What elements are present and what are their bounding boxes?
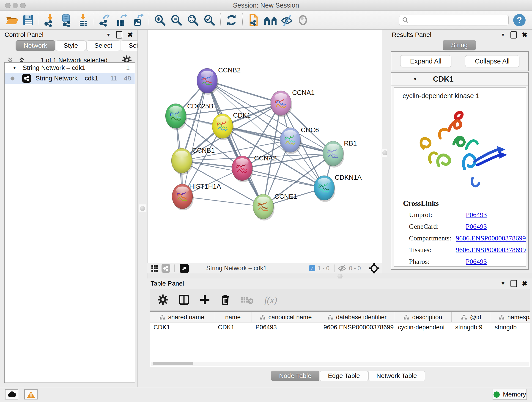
tab-network-table[interactable]: Network Table [368, 370, 425, 381]
node-CDKN1A[interactable] [314, 176, 336, 202]
column-header-namespac[interactable]: namespac [491, 312, 530, 322]
float-panel-icon[interactable] [510, 280, 517, 287]
column-header-name[interactable]: name [214, 312, 252, 322]
hide-selected-icon[interactable] [280, 13, 293, 27]
column-header-description[interactable]: description [394, 312, 452, 322]
minimize-window-button[interactable] [13, 3, 18, 8]
detach-view-icon[interactable] [180, 264, 189, 273]
grid-view-icon[interactable] [151, 264, 159, 273]
search-icon [402, 17, 409, 24]
node-CCNA2[interactable] [232, 156, 253, 182]
node-CCNA1[interactable] [271, 91, 292, 117]
edge-CCNB2-HIST1H1A[interactable] [182, 81, 207, 196]
panel-menu-icon[interactable]: ▼ [106, 32, 111, 38]
tab-node-table[interactable]: Node Table [271, 370, 319, 381]
column-header-shared-name[interactable]: shared name [150, 312, 214, 322]
crosslink-uniprot[interactable]: P06493 [466, 211, 487, 219]
table-cell[interactable]: CDK1 [150, 322, 214, 332]
close-panel-icon[interactable]: ✖ [522, 280, 527, 287]
zoom-in-icon[interactable] [153, 13, 167, 27]
apply-preferred-layout-icon[interactable] [225, 13, 238, 27]
table-cell[interactable]: stringdb:9... [452, 322, 491, 332]
collection-expand-icon[interactable]: ▼ [12, 65, 17, 70]
column-header-database-identifier[interactable]: database identifier [320, 312, 394, 322]
table-cell[interactable]: stringdb [491, 322, 530, 332]
network-row-selected[interactable]: String Network – cdk1 11 48 [5, 73, 135, 84]
warnings-button[interactable] [24, 389, 38, 400]
entry-header[interactable]: ▼ CDK1 [391, 73, 528, 85]
edge-HIST1H1A-CCNE1[interactable] [182, 196, 263, 206]
zoom-out-icon[interactable] [170, 13, 183, 27]
network-collection-row[interactable]: ▼ String Network – cdk1 1 [5, 63, 135, 73]
node-CCNB1[interactable] [171, 148, 193, 175]
table-hscrollbar-thumb[interactable] [152, 362, 193, 365]
expand-all-button[interactable]: Expand All [400, 55, 451, 67]
network-graph[interactable]: CCNB2CCNA1CDC25BCDK1CDC6RB1CCNB1CCNA2CDK… [147, 30, 382, 263]
panel-menu-icon[interactable]: ▼ [500, 32, 505, 38]
create-column-icon[interactable] [200, 295, 210, 305]
table-row[interactable]: CDK1CDK1P064939606.ENSP00000378699cyclin… [150, 322, 530, 332]
close-panel-icon[interactable]: ✖ [522, 32, 527, 38]
table-hscrollbar-track[interactable] [151, 362, 529, 366]
close-window-button[interactable] [5, 3, 11, 8]
tab-string[interactable]: String [443, 40, 476, 51]
help-button[interactable]: ? [513, 14, 526, 26]
export-image-icon[interactable] [131, 13, 145, 27]
node-CCNB2[interactable] [197, 68, 218, 95]
node-CCNE1[interactable] [253, 194, 274, 220]
tab-network[interactable]: Network [16, 40, 55, 51]
tab-select[interactable]: Select [86, 40, 120, 51]
import-network-from-database-icon[interactable] [60, 13, 73, 27]
crosslink-pharos[interactable]: P06493 [466, 258, 487, 265]
edge-CCNA2-CDKN1A[interactable] [242, 168, 324, 188]
float-panel-icon[interactable] [116, 31, 122, 38]
tab-style[interactable]: Style [56, 40, 86, 51]
search-input[interactable] [409, 16, 506, 24]
crosslink-genecard[interactable]: P06493 [466, 223, 487, 230]
table-cell[interactable]: CDK1 [214, 322, 252, 332]
show-all-icon[interactable] [296, 13, 310, 27]
delete-column-icon[interactable] [220, 294, 230, 305]
table-cell[interactable]: 9606.ENSP00000378699 [320, 322, 394, 332]
zoom-selected-icon[interactable] [203, 13, 216, 27]
panel-menu-icon[interactable]: ▼ [500, 281, 505, 286]
open-file-icon[interactable] [5, 13, 18, 27]
table-cell[interactable]: P06493 [252, 322, 320, 332]
save-session-icon[interactable] [21, 13, 35, 27]
zoom-fit-icon[interactable] [186, 13, 200, 27]
network-canvas[interactable]: CCNB2CCNA1CDC25BCDK1CDC6RB1CCNB1CCNA2CDK… [147, 30, 382, 263]
memory-label: Memory [503, 391, 526, 398]
export-network-icon[interactable] [98, 13, 112, 27]
first-neighbors-icon[interactable] [263, 13, 277, 27]
collapse-all-button[interactable]: Collapse All [465, 55, 520, 67]
zoom-window-button[interactable] [20, 3, 26, 8]
node-CDK1[interactable] [212, 114, 234, 140]
float-panel-icon[interactable] [510, 31, 517, 38]
table-cell[interactable]: cyclin-dependent ... [394, 322, 452, 332]
crosslink-tissues[interactable]: 9606.ENSP00000378699 [456, 246, 526, 254]
horizontal-splitter[interactable] [147, 274, 532, 279]
column-header-id[interactable]: @id [452, 312, 491, 322]
left-splitter-handle[interactable] [139, 204, 146, 212]
table-settings-icon[interactable] [158, 294, 168, 305]
import-table-from-file-icon[interactable] [76, 13, 89, 27]
network-share-icon[interactable] [162, 264, 170, 273]
table-panel-title: Table Panel [151, 280, 184, 287]
import-network-from-file-icon[interactable] [43, 13, 57, 27]
close-panel-icon[interactable]: ✖ [127, 32, 133, 38]
memory-button[interactable]: Memory [493, 389, 527, 400]
left-splitter[interactable] [138, 30, 148, 387]
show-column-icon[interactable] [179, 294, 189, 305]
column-header-canonical-name[interactable]: canonical name [252, 312, 320, 322]
right-splitter[interactable] [382, 30, 388, 274]
crosslink-compartments[interactable]: 9606.ENSP00000378699 [456, 234, 526, 242]
node-RB1[interactable] [323, 141, 344, 167]
selected-checkbox-icon[interactable]: ✓ [309, 265, 315, 271]
tab-edge-table[interactable]: Edge Table [320, 370, 368, 381]
export-table-icon[interactable] [115, 13, 128, 27]
new-network-from-selection-icon[interactable] [247, 13, 260, 27]
cloud-button[interactable] [5, 389, 18, 400]
birdseye-icon[interactable] [369, 263, 380, 274]
column-header-label: @id [470, 314, 481, 321]
entry-expand-icon[interactable]: ▼ [413, 77, 418, 82]
